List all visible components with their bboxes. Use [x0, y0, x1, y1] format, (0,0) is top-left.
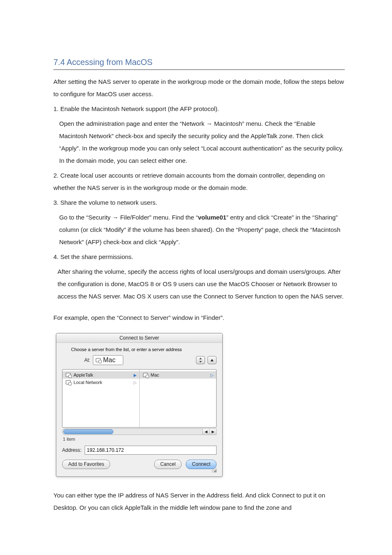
section-divider [53, 69, 345, 70]
at-label: At: [84, 357, 90, 363]
network-icon [66, 379, 71, 385]
address-row: Address: [62, 446, 217, 455]
step-3-volume-name: volume01 [198, 214, 226, 221]
at-row: At: Mac [84, 355, 217, 365]
address-input[interactable] [85, 446, 217, 455]
history-up-button[interactable] [208, 356, 217, 364]
cancel-button[interactable]: Cancel [154, 460, 182, 469]
list-item-label: AppleTalk [74, 372, 93, 377]
triangle-up-icon [210, 358, 214, 362]
section-body: After setting the NAS server to operate … [53, 76, 345, 324]
section-heading: 7.4 Accessing from MacOS [53, 58, 345, 67]
at-value: Mac [103, 356, 115, 364]
chevron-right-icon: ▷ [210, 373, 214, 377]
chevron-right-icon: ▷ [134, 380, 137, 385]
closing-paragraph: You can either type the IP address of NA… [53, 489, 345, 514]
step-1-title: 1. Enable the Macintosh Network support … [53, 103, 345, 115]
address-label: Address: [62, 447, 81, 453]
step-3-detail: Go to the “Security → File/Folder” menu.… [53, 211, 345, 248]
list-item[interactable]: Mac ▷ [140, 371, 217, 379]
step-4-detail: After sharing the volume, specify the ac… [53, 266, 345, 303]
list-item[interactable]: AppleTalk ▶ [62, 371, 139, 379]
connect-to-server-dialog: Connect to Server Choose a server from t… [56, 333, 223, 477]
browser-column-left[interactable]: AppleTalk ▶ Local Network ▷ [62, 370, 140, 427]
step-2: 2. Create local user accounts or retriev… [53, 169, 345, 194]
scroll-right-button[interactable]: ▶ [209, 428, 217, 435]
list-item[interactable]: Local Network ▷ [62, 379, 139, 386]
example-line: For example, open the “Connect to Server… [53, 312, 345, 324]
intro-paragraph: After setting the NAS server to operate … [53, 76, 345, 100]
scroll-left-button[interactable]: ◀ [202, 428, 209, 435]
network-icon [66, 372, 71, 378]
list-item-label: Local Network [74, 380, 102, 385]
scrollbar-thumb[interactable] [63, 429, 113, 434]
step-4-title: 4. Set the share permissions. [53, 251, 345, 263]
dialog-title: Connect to Server [56, 333, 222, 343]
step-1-detail: Open the administration page and enter t… [53, 118, 345, 167]
step-3-pre: Go to the “Security → File/Folder” menu.… [59, 214, 198, 221]
chevron-right-icon: ▶ [134, 373, 137, 377]
network-icon [143, 372, 149, 378]
browser-column-right[interactable]: Mac ▷ [140, 370, 217, 427]
connect-button[interactable]: Connect [186, 460, 217, 469]
dialog-button-row: Add to Favorites Cancel Connect [62, 460, 217, 469]
add-to-favorites-button[interactable]: Add to Favorites [62, 460, 110, 469]
stepper-button[interactable] [196, 356, 205, 364]
network-icon [96, 357, 101, 363]
horizontal-scrollbar[interactable]: ◀ ▶ [62, 428, 217, 435]
dialog-instruction: Choose a server from the list, or enter … [71, 347, 217, 352]
at-location-dropdown[interactable]: Mac [93, 355, 123, 365]
step-3-title: 3. Share the volume to network users. [53, 197, 345, 209]
up-down-arrows-icon [199, 358, 202, 363]
list-item-label: Mac [151, 372, 159, 377]
server-browser: AppleTalk ▶ Local Network ▷ Mac ▷ [62, 369, 217, 428]
item-count: 1 item [63, 437, 216, 442]
